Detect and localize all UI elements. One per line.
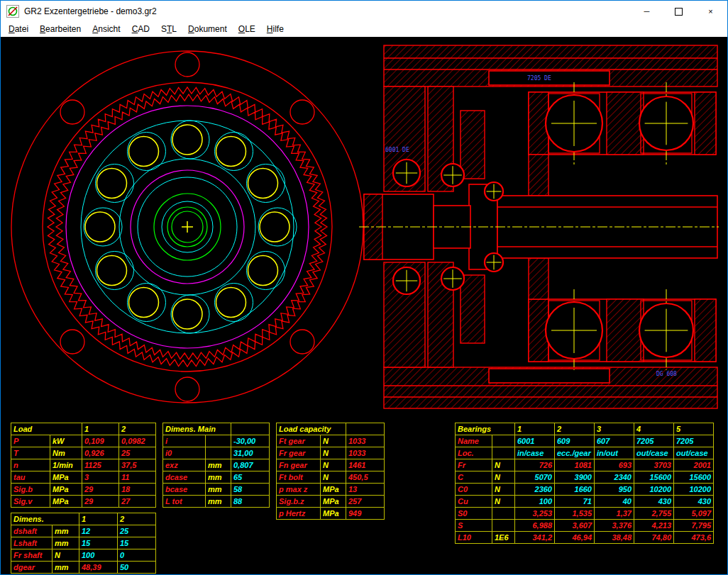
table-cell: Dimens. Main <box>163 423 231 435</box>
table-cell: 4 <box>634 423 674 435</box>
table-cell: 5 <box>674 423 714 435</box>
table-cell: in/case <box>515 447 555 459</box>
close-button[interactable]: × <box>695 1 727 22</box>
table-row: PkW0,1090,0982 <box>11 435 156 447</box>
table-cell: 6001 <box>515 435 555 447</box>
table-cell: mm <box>206 471 231 484</box>
table-cell: 3900 <box>555 471 595 484</box>
close-icon: × <box>708 7 712 16</box>
table-row: S6,9883,6073,3764,2137,795 <box>456 520 714 532</box>
table-row: Fr shaftN1000 <box>11 549 156 562</box>
table-row: dshaftmm1225 <box>11 525 156 537</box>
table-cell: 7205 <box>674 435 714 447</box>
table-row: dgearmm48,3950 <box>11 562 156 574</box>
table-row: Loc.in/caseecc./gearin/outout/caseout/ca… <box>456 447 714 459</box>
table-row: CuN1007140430430 <box>456 496 714 508</box>
table-cell: 473,6 <box>674 532 714 544</box>
table-cell: 341,2 <box>515 532 555 544</box>
table-cell: i <box>163 435 206 447</box>
table-cell: 693 <box>595 459 634 471</box>
annotation-bottom-right: DG 608 <box>656 371 677 377</box>
table-cell: L10 <box>456 532 492 544</box>
table-cell: N <box>492 459 515 471</box>
window-controls: ─ × <box>631 1 727 22</box>
table-cell: 0,926 <box>82 447 119 459</box>
table-cell: 2360 <box>515 484 555 496</box>
maximize-button[interactable] <box>663 1 695 22</box>
drawing-canvas[interactable]: 7205 DE 6001 DE DG 608 <box>1 37 728 420</box>
table-cell: out/case <box>674 447 714 459</box>
table-row: Ft gearN1033 <box>277 435 385 447</box>
table-cell: 430 <box>634 496 674 508</box>
table-row: L totmm88 <box>163 496 270 508</box>
app-window: GR2 Exzentergetriebe - demo3.gr2 ─ × Dat… <box>0 0 728 575</box>
table-cell: Nm <box>50 447 82 459</box>
table-cell: 6,988 <box>515 520 555 532</box>
table-cell: 5,097 <box>674 508 714 520</box>
table-cell: 609 <box>555 435 595 447</box>
table-cell: 46,94 <box>555 532 595 544</box>
table-cell: 11 <box>119 471 156 484</box>
table-cell: Bearings <box>456 423 515 435</box>
menu-item-dokument[interactable]: Dokument <box>182 22 233 37</box>
table-cell: MPa <box>50 484 82 496</box>
table-cell: 1660 <box>555 484 595 496</box>
table-cell: 10200 <box>674 484 714 496</box>
table-cell: C <box>456 471 492 484</box>
menu-item-ole[interactable]: OLE <box>233 22 261 37</box>
table-cell: in/out <box>595 447 634 459</box>
menu-item-ansicht[interactable]: Ansicht <box>87 22 126 37</box>
table-cell: i0 <box>163 447 206 459</box>
table-cell: 31,00 <box>231 447 270 459</box>
table-cell: mm <box>206 496 231 508</box>
table-row: FrN726108169337032001 <box>456 459 714 471</box>
table-cell: C0 <box>456 484 492 496</box>
table-cell: Fn gear <box>277 459 321 471</box>
table-row: L101E6341,246,9438,4874,80473,6 <box>456 532 714 544</box>
table-cell: MPa <box>321 496 346 508</box>
table-cell: 1,37 <box>595 508 634 520</box>
table-cell: 1,535 <box>555 508 595 520</box>
table-row: Bearings12345 <box>456 423 714 435</box>
table-row: dcasemm65 <box>163 471 270 484</box>
table-cell: out/case <box>634 447 674 459</box>
table-cell: 7,795 <box>674 520 714 532</box>
menu-item-datei[interactable]: Datei <box>3 22 34 37</box>
table-row: Sig.b.zMPa257 <box>277 496 385 508</box>
table-row: Ft boltN450,5 <box>277 471 385 484</box>
table-cell: 25 <box>119 447 156 459</box>
table-cell: 1 <box>82 423 119 435</box>
table-row: p HertzMPa949 <box>277 508 385 520</box>
table-cell: 18 <box>119 484 156 496</box>
menu-item-cad[interactable]: CAD <box>126 22 155 37</box>
table-cell <box>492 508 515 520</box>
minimize-button[interactable]: ─ <box>631 1 663 22</box>
table-cell: 3,607 <box>555 520 595 532</box>
table-cell: mm <box>53 537 79 549</box>
table-cell: 5070 <box>515 471 555 484</box>
title-bar[interactable]: GR2 Exzentergetriebe - demo3.gr2 ─ × <box>1 1 727 22</box>
table-cell: tau <box>11 471 50 484</box>
table-cell: 71 <box>555 496 595 508</box>
table-cell: 0 <box>118 549 156 562</box>
table-cell: 257 <box>346 496 385 508</box>
table-cell: 50 <box>118 562 156 574</box>
table-cell: Fr shaft <box>11 549 53 562</box>
table-cell: 1 <box>515 423 555 435</box>
table-cell: S <box>456 520 492 532</box>
menu-item-bearbeiten[interactable]: Bearbeiten <box>34 22 87 37</box>
section-view: 7205 DE 6001 DE DG 608 <box>359 45 719 408</box>
table-cell: Lshaft <box>11 537 53 549</box>
dimens-table: Dimens.12dshaftmm1225Lshaftmm1515Fr shaf… <box>11 513 156 574</box>
menu-item-hilfe[interactable]: Hilfe <box>261 22 289 37</box>
menu-item-stl[interactable]: STL <box>155 22 182 37</box>
table-cell: N <box>53 549 79 562</box>
table-cell: 100 <box>79 549 118 562</box>
table-cell: MPa <box>321 508 346 520</box>
table-cell: N <box>492 484 515 496</box>
table-cell: 15 <box>79 537 118 549</box>
minimize-icon: ─ <box>644 7 650 16</box>
table-cell: N <box>321 471 346 484</box>
table-cell: N <box>321 447 346 459</box>
annotation-bearing-7205: 7205 DE <box>527 75 551 82</box>
